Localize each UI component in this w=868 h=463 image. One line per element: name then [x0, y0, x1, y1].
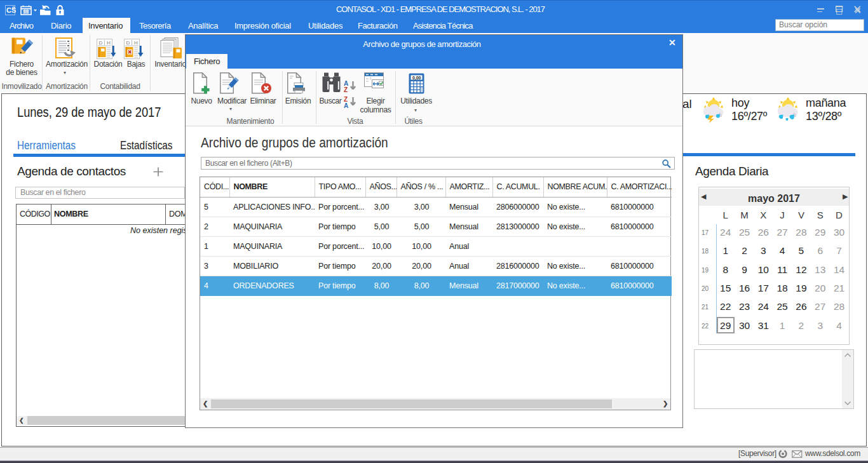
svg-text:0,00: 0,00: [412, 76, 421, 81]
svg-text:A: A: [344, 102, 348, 109]
svg-text:H: H: [134, 40, 138, 46]
svg-text:H: H: [107, 40, 111, 46]
svg-text:D: D: [126, 40, 130, 46]
svg-text:D: D: [99, 40, 103, 46]
svg-text:Z: Z: [344, 86, 348, 93]
